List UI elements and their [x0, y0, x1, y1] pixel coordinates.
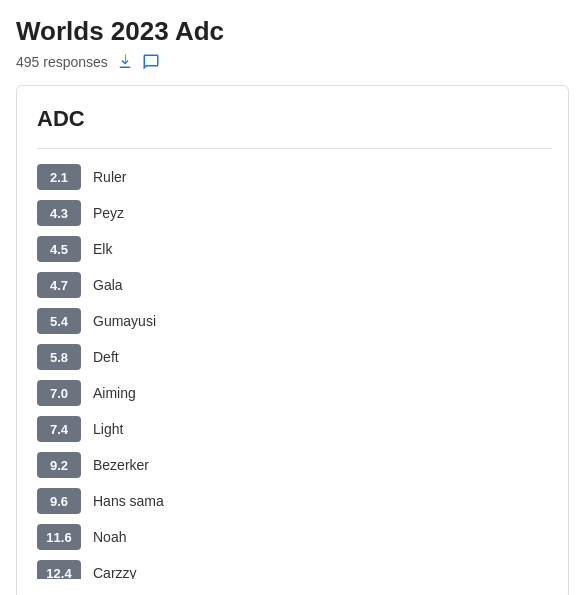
list-item: 4.3Peyz	[37, 195, 548, 231]
divider	[37, 148, 552, 149]
rank-badge: 4.7	[37, 272, 81, 298]
player-name: Gumayusi	[93, 313, 156, 329]
response-count: 495 responses	[16, 54, 108, 70]
adc-card: ADC 2.1Ruler4.3Peyz4.5Elk4.7Gala5.4Gumay…	[16, 85, 569, 595]
player-name: Peyz	[93, 205, 124, 221]
player-name: Light	[93, 421, 123, 437]
player-name: Bezerker	[93, 457, 149, 473]
list-item: 7.4Light	[37, 411, 548, 447]
page-title: Worlds 2023 Adc	[16, 16, 569, 47]
list-item: 5.4Gumayusi	[37, 303, 548, 339]
player-name: Hans sama	[93, 493, 164, 509]
rank-badge: 5.4	[37, 308, 81, 334]
rank-badge: 2.1	[37, 164, 81, 190]
list-item: 7.0Aiming	[37, 375, 548, 411]
rank-badge: 7.4	[37, 416, 81, 442]
player-name: Noah	[93, 529, 126, 545]
rank-badge: 12.4	[37, 560, 81, 579]
list-item: 4.7Gala	[37, 267, 548, 303]
player-name: Ruler	[93, 169, 126, 185]
rank-badge: 4.3	[37, 200, 81, 226]
rank-badge: 9.2	[37, 452, 81, 478]
list-item: 4.5Elk	[37, 231, 548, 267]
comment-icon[interactable]	[142, 53, 160, 71]
player-name: Carzzy	[93, 565, 137, 579]
list-item: 11.6Noah	[37, 519, 548, 555]
rank-badge: 4.5	[37, 236, 81, 262]
player-name: Gala	[93, 277, 123, 293]
list-item: 12.4Carzzy	[37, 555, 548, 579]
rank-badge: 11.6	[37, 524, 81, 550]
rank-badge: 7.0	[37, 380, 81, 406]
player-list[interactable]: 2.1Ruler4.3Peyz4.5Elk4.7Gala5.4Gumayusi5…	[37, 159, 552, 579]
list-item: 5.8Deft	[37, 339, 548, 375]
list-item: 9.6Hans sama	[37, 483, 548, 519]
list-item: 9.2Bezerker	[37, 447, 548, 483]
player-name: Deft	[93, 349, 119, 365]
rank-badge: 5.8	[37, 344, 81, 370]
player-name: Aiming	[93, 385, 136, 401]
player-name: Elk	[93, 241, 112, 257]
download-icon[interactable]	[116, 53, 134, 71]
list-item: 2.1Ruler	[37, 159, 548, 195]
card-title: ADC	[37, 106, 552, 132]
rank-badge: 9.6	[37, 488, 81, 514]
